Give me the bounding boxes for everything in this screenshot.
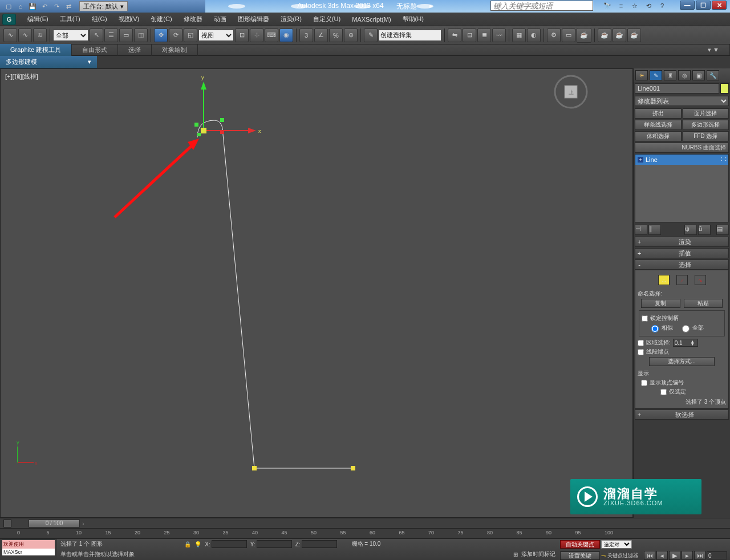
btn-volsel[interactable]: 体积选择 (635, 131, 682, 141)
menu-graph[interactable]: 图形编辑器 (232, 13, 275, 26)
minimize-button[interactable]: — (680, 1, 695, 10)
utilities-tab-icon[interactable]: 🔧 (707, 70, 719, 80)
menu-modifiers[interactable]: 修改器 (178, 13, 208, 26)
curve-editor-icon[interactable]: 〰 (492, 29, 506, 42)
move-icon[interactable]: ✥ (154, 29, 168, 42)
rollout-selection[interactable]: - 选择 (635, 259, 729, 270)
rollout-interp[interactable]: + 插值 (635, 248, 729, 258)
modifier-list-dropdown[interactable]: 修改器列表 (635, 96, 729, 106)
material-icon[interactable]: ◐ (527, 29, 541, 42)
unique-icon[interactable]: ψ (684, 225, 697, 235)
rollout-softsel[interactable]: + 软选择 (635, 409, 729, 420)
new-icon[interactable]: ▢ (3, 1, 14, 11)
ribbon-tab-selection[interactable]: 选择 (118, 44, 152, 56)
btn-patchsel[interactable]: 面片选择 (683, 108, 729, 119)
angle-snap-icon[interactable]: ∠ (314, 29, 328, 42)
coord-y-input[interactable] (257, 540, 292, 548)
modify-tab-icon[interactable]: ✎ (650, 70, 662, 80)
menu-group[interactable]: 组(G) (86, 13, 113, 26)
bind-icon[interactable]: ≋ (33, 29, 47, 42)
area-sel-checkbox[interactable] (638, 340, 644, 346)
goto-start-icon[interactable]: ⏮ (644, 551, 655, 560)
key-icon[interactable]: ≡ (616, 1, 626, 11)
help-icon[interactable]: ? (657, 1, 667, 11)
window-crossing-icon[interactable]: ◫ (134, 29, 148, 42)
lock-handles-checkbox[interactable] (642, 315, 648, 322)
menu-help[interactable]: 帮助(H) (397, 13, 429, 26)
next-frame-icon[interactable]: ▸ (682, 551, 693, 560)
binoculars-icon[interactable]: 🔭 (602, 1, 613, 11)
show-end-icon[interactable]: ∥ (648, 225, 661, 235)
object-name-input[interactable] (635, 83, 719, 94)
copy-button[interactable]: 复制 (641, 299, 680, 308)
stack-menu-icon[interactable]: : : (721, 156, 727, 162)
btn-splinesel[interactable]: 样条线选择 (635, 120, 682, 130)
coord-z-input[interactable] (302, 540, 337, 548)
menu-views[interactable]: 视图(V) (113, 13, 145, 26)
menu-tools[interactable]: 工具(T) (54, 13, 86, 26)
ribbon-panel-polymodeling[interactable]: 多边形建模 ▾ (0, 56, 97, 68)
scale-icon[interactable]: ◱ (184, 29, 197, 42)
viewport-top[interactable]: [+][顶][线框] 上 x y (0, 68, 633, 518)
seg-end-checkbox[interactable] (638, 349, 644, 355)
unlink-icon[interactable]: ∿ (18, 29, 32, 42)
listener-input[interactable]: MAXScr (2, 549, 55, 555)
search-input[interactable] (490, 1, 593, 11)
percent-snap-icon[interactable]: % (329, 29, 343, 42)
render-icon[interactable]: ☕ (577, 28, 591, 43)
undo-icon[interactable]: ↶ (39, 1, 50, 11)
teapot3-icon[interactable]: ☕ (627, 29, 641, 42)
keyboard-shortcut-icon[interactable]: ⌨ (265, 29, 278, 42)
render-frame-icon[interactable]: ▭ (562, 29, 575, 42)
edit-named-sel-icon[interactable]: ✎ (364, 29, 378, 42)
time-slider[interactable]: 0 / 100 › (0, 518, 730, 528)
exchange-icon[interactable]: ⟲ (643, 1, 654, 11)
add-marker-label[interactable]: 添加时间标记 (521, 550, 555, 558)
snap-3d-icon[interactable]: 3 (299, 29, 313, 42)
btn-nurbs[interactable]: NURBS 曲面选择 (635, 143, 729, 153)
prev-frame-icon[interactable]: ◂ (656, 551, 668, 560)
snap-toggle-icon[interactable]: ◉ (279, 29, 293, 42)
redo-icon[interactable]: ↷ (51, 1, 62, 11)
goto-end-icon[interactable]: ⏭ (694, 551, 705, 560)
configure-icon[interactable]: ▤ (716, 225, 729, 235)
pivot-icon[interactable]: ⊡ (235, 29, 249, 42)
setkey-button[interactable]: 设置关键 (560, 551, 600, 560)
key-target-dropdown[interactable]: 选定对 (601, 540, 632, 549)
minilistener[interactable]: 欢迎使用 MAXScr (0, 539, 57, 560)
spline-subobj-icon[interactable]: ∿ (695, 275, 706, 285)
menu-render[interactable]: 渲染(R) (275, 13, 307, 26)
teapot1-icon[interactable]: ☕ (598, 29, 611, 42)
current-frame-input[interactable] (707, 551, 727, 559)
select-method-button[interactable]: 选择方式... (649, 357, 715, 366)
menu-customize[interactable]: 自定义(U) (307, 13, 346, 26)
time-ruler[interactable]: 0510152025303540455055606570758085909510… (0, 528, 730, 538)
menu-maxscript[interactable]: MAXScript(M) (346, 14, 396, 25)
all-radio[interactable] (682, 325, 690, 332)
time-slider-knob[interactable]: 0 / 100 (29, 520, 80, 527)
time-config-icon[interactable] (3, 520, 11, 527)
play-icon[interactable]: ▶ (669, 551, 680, 560)
close-button[interactable]: ✕ (712, 1, 727, 10)
chevron-down-icon[interactable]: ▸ (429, 2, 433, 11)
only-selected-checkbox[interactable] (660, 389, 667, 395)
remove-icon[interactable]: ū (698, 225, 711, 235)
autokey-button[interactable]: 自动关键点 (560, 540, 600, 549)
isolate-icon[interactable]: 💡 (194, 541, 201, 547)
open-icon[interactable]: ⌂ (15, 1, 26, 11)
maximize-button[interactable]: ☐ (696, 1, 711, 10)
ref-coord-dropdown[interactable]: 视图 (198, 30, 234, 41)
app-menu-icon[interactable]: G (2, 14, 16, 25)
hierarchy-tab-icon[interactable]: ♜ (664, 70, 676, 80)
rollout-render[interactable]: + 渲染 (635, 237, 729, 247)
mirror-icon[interactable]: ⇋ (448, 29, 461, 42)
coord-x-input[interactable] (212, 540, 247, 548)
lock-icon[interactable]: 🔒 (184, 541, 191, 547)
display-tab-icon[interactable]: ▣ (692, 70, 705, 80)
similar-radio[interactable] (651, 325, 659, 332)
area-sel-spinner[interactable]: 0.1▲▼ (673, 339, 698, 347)
workspace-dropdown[interactable]: 工作台: 默认 ▾ (79, 1, 128, 11)
menu-create[interactable]: 创建(C) (145, 13, 177, 26)
named-selection-dropdown[interactable] (379, 30, 441, 41)
teapot2-icon[interactable]: ☕ (613, 29, 626, 42)
